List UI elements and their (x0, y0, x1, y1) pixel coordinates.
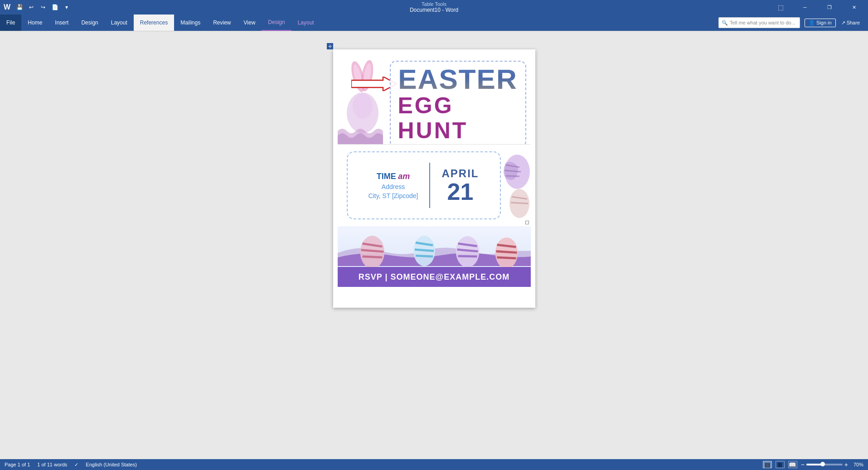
sign-in-button[interactable]: 👤 Sign in (805, 19, 836, 27)
ribbon-tabs: File Home Insert Design Layout Reference… (0, 15, 868, 31)
address-text: Address (382, 183, 405, 190)
tab-review[interactable]: Review (207, 15, 237, 31)
person-icon: 👤 (809, 20, 815, 25)
ribbon-search-placeholder: Tell me what you want to do... (730, 20, 795, 25)
title-bar-left: W 💾 ↩ ↪ 📄 ▾ (4, 3, 71, 12)
redo-qa-btn[interactable]: ↪ (39, 3, 48, 12)
bottom-eggs-svg (338, 226, 531, 267)
title-bar: W 💾 ↩ ↪ 📄 ▾ Table Tools Document10 - Wor… (0, 0, 868, 15)
web-layout-btn[interactable]: ⊞ (776, 461, 785, 468)
tab-design-main[interactable]: Design (75, 15, 104, 31)
svg-line-25 (458, 256, 477, 257)
svg-line-10 (506, 176, 519, 176)
month-text: APRIL (441, 167, 479, 180)
language[interactable]: English (United States) (86, 462, 137, 468)
undo-qa-btn[interactable]: ↩ (27, 3, 36, 12)
word-icon: W (4, 3, 10, 11)
rsvp-text: RSVP | SOMEONE@EXAMPLE.COM (359, 272, 509, 282)
easter-text: EASTER (398, 65, 517, 93)
date-divider (429, 163, 430, 208)
zoom-slider[interactable] (806, 464, 843, 465)
zoom-bar: − + 70% (801, 461, 863, 468)
read-mode-btn[interactable]: 📖 (788, 461, 797, 468)
ribbon-actions: 👤 Sign in ↗ Share (805, 19, 868, 27)
tab-home[interactable]: Home (21, 15, 48, 31)
table-move-handle[interactable]: ✛ (327, 43, 333, 49)
tab-design-table[interactable]: Design (262, 15, 291, 31)
word-document: ✛ (333, 49, 535, 308)
city-state-text: City, ST [Zipcode] (369, 192, 418, 199)
svg-line-29 (497, 257, 516, 258)
bunny-decoration (338, 54, 388, 145)
share-button[interactable]: ↗ Share (838, 19, 863, 27)
svg-line-17 (362, 257, 382, 257)
time-label-text: TIME (377, 172, 396, 181)
bunny-svg (338, 54, 388, 145)
time-label-row: TIME am (377, 172, 410, 181)
eggs-right-decoration (495, 145, 531, 226)
zoom-level[interactable]: 70% (850, 462, 863, 467)
doc-title: Document10 - Word (410, 7, 458, 13)
svg-line-21 (415, 256, 432, 257)
ribbon-display-btn[interactable]: ⬚ (770, 0, 791, 15)
time-address-block: TIME am Address City, ST [Zipcode] (359, 163, 427, 208)
ribbon: File Home Insert Design Layout Reference… (0, 15, 868, 31)
eggs-right-svg (495, 145, 531, 226)
svg-line-13 (511, 203, 528, 204)
resize-handle[interactable] (525, 221, 529, 224)
flyer-middle-section: TIME am Address City, ST [Zipcode] APRIL… (338, 145, 531, 226)
tab-insert[interactable]: Insert (48, 15, 75, 31)
close-btn[interactable]: ✕ (844, 0, 864, 15)
date-card: TIME am Address City, ST [Zipcode] APRIL… (347, 151, 501, 219)
time-am-text: am (398, 172, 410, 181)
save-qa-btn[interactable]: 💾 (15, 3, 24, 12)
tab-file[interactable]: File (0, 15, 21, 31)
qa-dropdown-btn[interactable]: ▾ (62, 3, 71, 12)
tab-layout-table[interactable]: Layout (291, 15, 320, 31)
proofing-icon[interactable]: ✓ (74, 462, 78, 468)
title-bar-title: Table Tools Document10 - Word (410, 2, 458, 13)
restore-btn[interactable]: ❐ (819, 0, 840, 15)
status-right: ▤ ⊞ 📖 − + 70% (763, 461, 863, 468)
tab-references[interactable]: References (134, 15, 174, 31)
rsvp-band: RSVP | SOMEONE@EXAMPLE.COM (338, 267, 531, 287)
egg-hunt-text: EGG HUNT (398, 93, 518, 143)
word-count: 1 of 11 words (37, 462, 67, 468)
save-file-btn[interactable]: 📄 (50, 3, 59, 12)
flyer-bottom-section: RSVP | SOMEONE@EXAMPLE.COM (338, 226, 531, 287)
svg-point-5 (353, 93, 373, 119)
eggs-decoration-area (338, 226, 531, 267)
tab-layout-main[interactable]: Layout (105, 15, 134, 31)
table-tools-label: Table Tools (410, 2, 458, 7)
page-info: Page 1 of 1 (5, 462, 30, 468)
status-bar: Page 1 of 1 1 of 11 words ✓ English (Uni… (0, 459, 868, 470)
minimize-btn[interactable]: ─ (795, 0, 815, 15)
zoom-out-btn[interactable]: − (801, 461, 805, 468)
middle-inner: TIME am Address City, ST [Zipcode] APRIL… (338, 145, 531, 226)
svg-line-20 (415, 250, 434, 251)
ribbon-search-box[interactable]: 🔍 Tell me what you want to do... (718, 17, 800, 28)
day-number-text: 21 (447, 180, 474, 204)
flyer-top-section: EASTER EGG HUNT (338, 54, 531, 145)
svg-line-28 (496, 252, 517, 253)
print-layout-btn[interactable]: ▤ (763, 461, 772, 468)
title-bar-right: ⬚ ─ ❐ ✕ (770, 0, 864, 15)
tab-view[interactable]: View (238, 15, 262, 31)
status-left: Page 1 of 1 1 of 11 words ✓ English (Uni… (5, 462, 137, 468)
share-icon: ↗ (841, 20, 845, 26)
zoom-in-btn[interactable]: + (844, 461, 848, 468)
content-area: ✛ (0, 31, 868, 465)
easter-title-box: EASTER EGG HUNT (390, 61, 526, 145)
date-display-block: APRIL 21 (432, 163, 488, 208)
tab-mailings[interactable]: Mailings (174, 15, 207, 31)
